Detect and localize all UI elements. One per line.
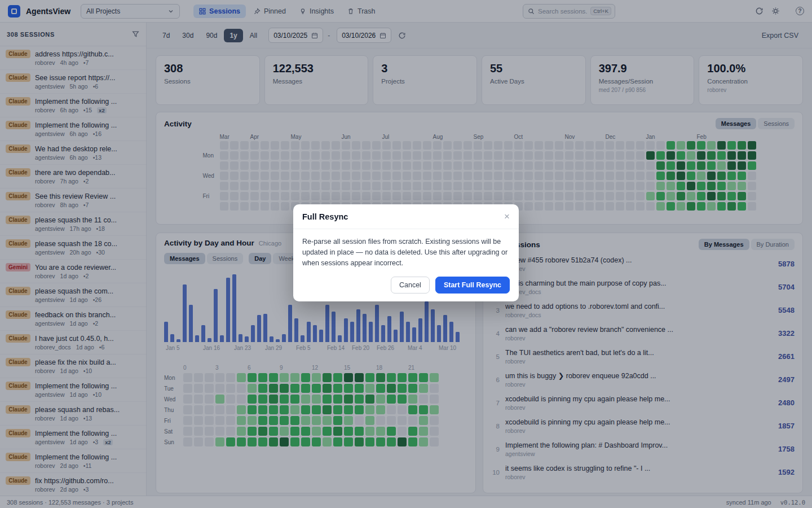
- cancel-button[interactable]: Cancel: [391, 277, 430, 294]
- close-icon[interactable]: ×: [504, 212, 510, 221]
- full-resync-modal: Full Resync × Re-parse all session files…: [293, 204, 519, 301]
- start-full-resync-button[interactable]: Start Full Resync: [435, 277, 510, 294]
- modal-title: Full Resync: [302, 212, 348, 221]
- modal-body-text: Re-parse all session files from scratch.…: [293, 229, 519, 275]
